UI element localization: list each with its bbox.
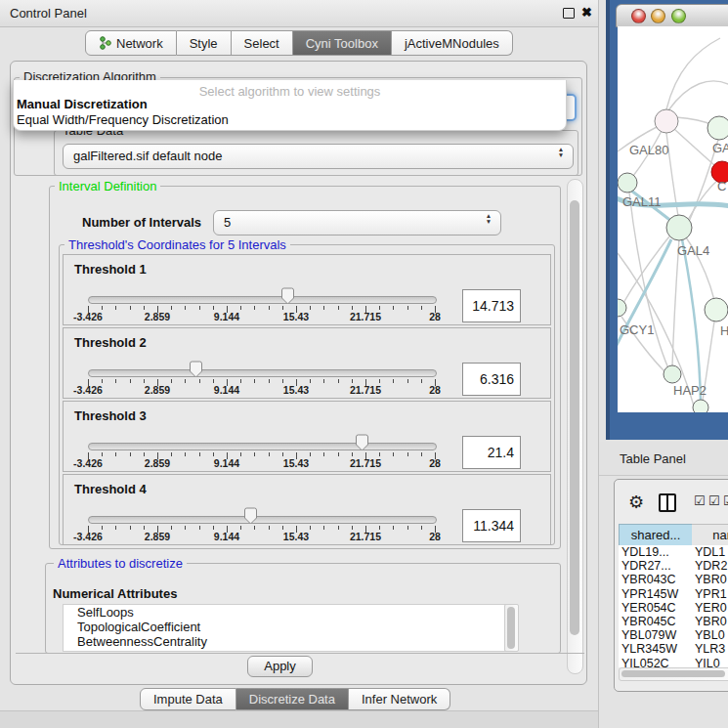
numerical-attributes-list[interactable]: SelfLoopsTopologicalCoefficientBetweenne… bbox=[63, 604, 506, 652]
table-row[interactable]: YBL079WYBL0 bbox=[619, 628, 728, 643]
slider-tick bbox=[130, 526, 131, 530]
apply-button[interactable]: Apply bbox=[247, 656, 313, 677]
table-row[interactable]: YLR345WYLR3 bbox=[619, 642, 728, 657]
slider-tick-label: -3.426 bbox=[73, 311, 103, 322]
slider-thumb[interactable] bbox=[243, 507, 258, 525]
table-row[interactable]: YBR043CYBR0 bbox=[619, 573, 728, 587]
network-node[interactable] bbox=[655, 109, 678, 133]
tab-discretize-data[interactable]: Discretize Data bbox=[236, 688, 349, 710]
slider-tick bbox=[185, 379, 186, 383]
slider-track[interactable] bbox=[88, 516, 437, 524]
close-icon[interactable]: ✖ bbox=[581, 5, 592, 20]
slider-tick bbox=[130, 306, 131, 310]
network-edge bbox=[666, 38, 720, 109]
slider-tick bbox=[379, 306, 380, 310]
checkbox-icon[interactable] bbox=[708, 493, 720, 508]
network-canvas[interactable]: GAL80GACGAL11GAL4GCY1HHAP2 bbox=[618, 26, 728, 412]
attribute-item[interactable]: BetweennessCentrality bbox=[64, 634, 505, 649]
tab-select[interactable]: Select bbox=[232, 30, 293, 56]
tab-label: Infer Network bbox=[362, 692, 437, 707]
attributes-scrollbar[interactable] bbox=[504, 604, 519, 652]
slider-tick bbox=[282, 526, 283, 530]
slider-track[interactable] bbox=[88, 296, 437, 304]
table-hscrollbar[interactable] bbox=[619, 667, 728, 681]
slider-tick bbox=[421, 306, 422, 310]
status-strip bbox=[0, 710, 598, 728]
network-node[interactable] bbox=[707, 116, 728, 140]
number-of-intervals-combobox[interactable]: 5 bbox=[213, 210, 501, 236]
threshold-value-input[interactable]: 14.713 bbox=[462, 289, 521, 322]
slider-tick bbox=[352, 526, 353, 530]
slider-thumb[interactable] bbox=[355, 434, 369, 451]
attributes-scrollbar-thumb[interactable] bbox=[507, 607, 515, 649]
slider-tick bbox=[379, 379, 380, 383]
slider-track[interactable] bbox=[88, 443, 437, 450]
node-label: GCY1 bbox=[620, 322, 654, 337]
threshold-label: Threshold 3 bbox=[74, 408, 147, 423]
slider-tick bbox=[338, 379, 339, 383]
stepper-icon[interactable] bbox=[556, 147, 566, 158]
slider-tick bbox=[352, 379, 353, 383]
attribute-item[interactable]: TopologicalCoefficient bbox=[64, 620, 505, 634]
table-row[interactable]: YER054CYER0 bbox=[619, 601, 728, 616]
gear-icon[interactable] bbox=[628, 492, 644, 513]
tab-cyni-toolbox[interactable]: Cyni Toolbox bbox=[293, 30, 392, 56]
algorithm-option-equal-width[interactable]: Equal Width/Frequency Discretization bbox=[17, 112, 229, 127]
threshold-value-input[interactable]: 6.316 bbox=[462, 363, 521, 396]
table-row[interactable]: YDR27...YDR2 bbox=[619, 559, 728, 574]
table-hscrollbar-thumb[interactable] bbox=[621, 670, 725, 677]
algorithm-option-manual[interactable]: Manual Discretization bbox=[17, 97, 148, 111]
tab-jactivemnodules[interactable]: jActiveMNodules bbox=[392, 30, 513, 56]
slider-track[interactable] bbox=[88, 369, 437, 377]
float-window-icon[interactable] bbox=[563, 8, 575, 19]
network-window-titlebar[interactable] bbox=[616, 4, 728, 27]
table-row[interactable]: YIL052CYIL0 bbox=[619, 657, 728, 667]
network-node[interactable] bbox=[705, 298, 728, 321]
network-node[interactable] bbox=[666, 215, 692, 240]
slider-tick bbox=[269, 306, 270, 310]
close-traffic-light[interactable] bbox=[631, 9, 646, 23]
tab-impute-data[interactable]: Impute Data bbox=[140, 688, 236, 710]
threshold-value-input[interactable]: 21.4 bbox=[462, 436, 521, 469]
tab-network[interactable]: Network bbox=[85, 30, 177, 56]
main-scrollbar-thumb[interactable] bbox=[570, 200, 579, 635]
threshold-value-input[interactable]: 11.344 bbox=[462, 509, 521, 542]
network-node[interactable] bbox=[693, 400, 708, 412]
slider-thumb[interactable] bbox=[189, 361, 203, 378]
table-row[interactable]: YDL19...YDL1 bbox=[619, 545, 728, 560]
minimize-traffic-light[interactable] bbox=[651, 9, 665, 23]
attribute-item[interactable]: SelfLoops bbox=[64, 605, 505, 620]
network-node[interactable] bbox=[618, 299, 626, 317]
slider-tick bbox=[144, 306, 145, 310]
slider-tick bbox=[254, 526, 255, 530]
stepper-icon[interactable] bbox=[484, 213, 493, 225]
slider-tick bbox=[323, 526, 324, 530]
columns-icon[interactable] bbox=[659, 493, 676, 512]
table-row[interactable]: YPR145WYPR1 bbox=[619, 587, 728, 602]
main-scrollbar[interactable] bbox=[567, 179, 583, 674]
slider-tick bbox=[240, 379, 241, 383]
table-cell-name: YDL1 bbox=[695, 545, 725, 560]
column-header-name[interactable]: name bbox=[692, 524, 728, 546]
slider-tick bbox=[323, 379, 324, 383]
node-label: GAL4 bbox=[677, 243, 709, 258]
tab-infer-network[interactable]: Infer Network bbox=[349, 688, 450, 710]
column-header-shared[interactable]: shared... bbox=[619, 524, 693, 546]
zoom-traffic-light[interactable] bbox=[671, 9, 686, 23]
table-row[interactable]: YBR045CYBR0 bbox=[619, 615, 728, 629]
node-table[interactable]: YDL19...YDL1YDR27...YDR2YBR043CYBR0YPR14… bbox=[619, 545, 728, 667]
slider-tick bbox=[144, 379, 145, 383]
tab-style[interactable]: Style bbox=[177, 30, 232, 56]
network-node[interactable] bbox=[618, 173, 637, 193]
slider-thumb[interactable] bbox=[280, 287, 295, 305]
table-data-combobox[interactable]: galFiltered.sif default node bbox=[63, 144, 574, 169]
node-label: GA bbox=[712, 141, 728, 155]
table-cell-name: YBL0 bbox=[695, 628, 725, 643]
table-cell-name: YBR0 bbox=[695, 615, 727, 629]
checkbox-icon[interactable] bbox=[723, 493, 728, 508]
table-cell-name: YPR1 bbox=[695, 587, 727, 602]
top-tab-bar: Network Style Select Cyni Toolbox jActiv… bbox=[85, 30, 513, 56]
threshold-block: Threshold 3-3.4262.8599.14415.4321.71528… bbox=[63, 401, 551, 472]
network-node[interactable] bbox=[664, 365, 681, 383]
checkbox-icon[interactable] bbox=[694, 493, 706, 508]
